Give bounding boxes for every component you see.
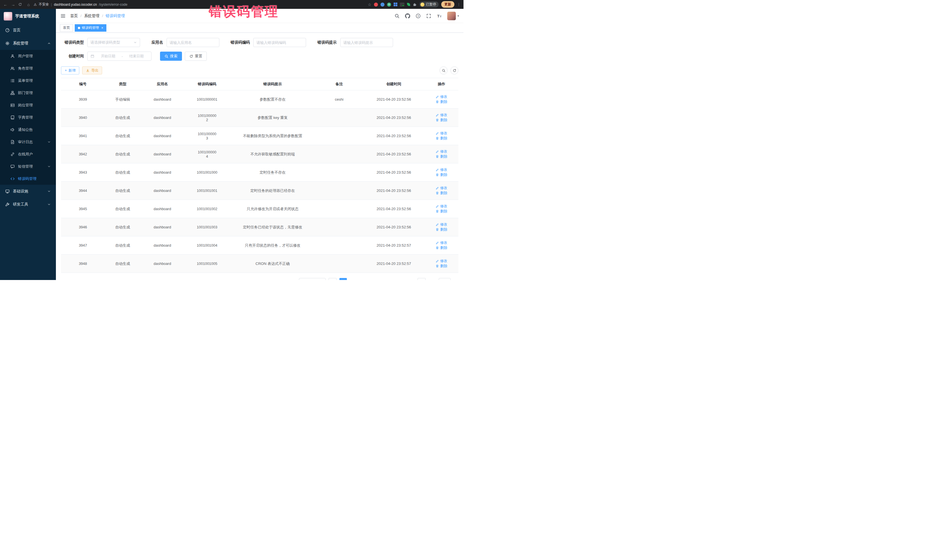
error-type-select[interactable]: 请选择错误码类型 — [87, 38, 140, 47]
logo[interactable]: 芋道管理系统 — [0, 9, 56, 24]
hamburger-icon[interactable] — [61, 14, 65, 18]
table-row: 3939 手动编辑 dashboard 1001000001 参数配置不存在 c… — [61, 90, 458, 109]
edit-button[interactable]: 修改 — [436, 259, 447, 264]
page-button[interactable]: 5 — [378, 278, 386, 280]
delete-icon — [436, 137, 439, 140]
browser-reload-icon[interactable] — [18, 3, 23, 6]
bookmark-star-icon[interactable]: ☆ — [368, 2, 371, 7]
sidebar-item-users[interactable]: 用户管理 — [0, 50, 56, 62]
fullscreen-icon[interactable] — [426, 14, 431, 18]
search-icon[interactable] — [395, 14, 400, 18]
cell-remark — [315, 200, 363, 218]
add-button[interactable]: + 新增 — [61, 67, 79, 74]
page-button[interactable]: 3 — [359, 278, 366, 280]
tab-error-code[interactable]: 错误码管理 × — [75, 24, 106, 32]
page-button[interactable]: 1 — [339, 278, 347, 280]
sidebar-item-audit-log[interactable]: 审计日志 — [0, 136, 56, 148]
delete-button[interactable]: 删除 — [436, 191, 447, 196]
page-size-select[interactable]: 10条/页 — [299, 278, 326, 280]
edit-button[interactable]: 修改 — [436, 94, 447, 99]
extension-red-icon[interactable] — [374, 3, 378, 6]
total-count: 共 76 条 — [283, 279, 296, 280]
sidebar-item-online-users[interactable]: 在线用户 — [0, 148, 56, 160]
sidebar-item-menus[interactable]: 菜单管理 — [0, 74, 56, 87]
help-icon[interactable]: ? — [416, 14, 421, 18]
delete-button[interactable]: 删除 — [436, 173, 447, 178]
breadcrumb-home[interactable]: 首页 — [70, 14, 78, 18]
page-button[interactable]: 8 — [407, 278, 415, 280]
sidebar-item-home[interactable]: 首页 — [0, 24, 56, 37]
page-button[interactable]: 2 — [349, 278, 357, 280]
proxy-extension-icon[interactable]: on — [400, 3, 404, 6]
export-button[interactable]: 导出 — [82, 67, 102, 74]
error-message-input[interactable] — [340, 38, 393, 47]
app-name-input[interactable] — [167, 38, 219, 47]
sidebar-item-posts[interactable]: 岗位管理 — [0, 99, 56, 111]
sidebar-item-system[interactable]: 系统管理 — [0, 37, 56, 50]
sidebar-item-error-code[interactable]: 错误码管理 — [0, 173, 56, 185]
delete-button[interactable]: 删除 — [436, 154, 447, 159]
extension-grid-icon[interactable] — [394, 3, 397, 6]
vue-devtools-icon[interactable]: V — [387, 3, 391, 6]
prev-page-button[interactable] — [328, 278, 337, 280]
edit-button[interactable]: 修改 — [436, 240, 447, 245]
edit-button[interactable]: 修改 — [436, 204, 447, 209]
browser-menu-icon[interactable]: ⋮ — [457, 2, 460, 6]
active-tab-dot — [78, 27, 80, 29]
toggle-search-button[interactable] — [439, 67, 448, 74]
table-row: 3946 自动生成 dashboard 1001001003 定时任务已经处于该… — [61, 218, 458, 237]
profile-chip[interactable]: 已暂停 — [419, 2, 439, 8]
cell-created: 2021-04-20 23:52:57 — [363, 237, 425, 255]
page-button[interactable]: 4 — [369, 278, 376, 280]
delete-button[interactable]: 删除 — [436, 136, 447, 141]
next-page-button[interactable] — [418, 278, 426, 280]
delete-button[interactable]: 删除 — [436, 209, 447, 214]
extensions-puzzle-icon[interactable] — [413, 3, 417, 6]
sidebar-item-dict[interactable]: 字典管理 — [0, 111, 56, 123]
svg-text:?: ? — [417, 14, 419, 17]
search-button[interactable]: 搜索 — [160, 52, 182, 61]
delete-button[interactable]: 删除 — [436, 100, 447, 104]
delete-button[interactable]: 删除 — [436, 118, 447, 123]
org-tree-icon — [10, 91, 15, 95]
leaf-extension-icon[interactable] — [407, 3, 410, 6]
close-icon[interactable]: × — [101, 26, 103, 30]
edit-button[interactable]: 修改 — [436, 167, 447, 172]
edit-button[interactable]: 修改 — [436, 149, 447, 154]
cell-message: 不能删除类型为系统内置的参数配置 — [230, 127, 316, 145]
page-button[interactable]: 6 — [388, 278, 395, 280]
reset-button[interactable]: 重置 — [185, 52, 207, 61]
browser-back-icon[interactable]: ← — [3, 2, 8, 7]
browser-home-icon[interactable]: ⌂ — [26, 2, 31, 7]
sidebar-item-departments[interactable]: 部门管理 — [0, 87, 56, 99]
address-bar[interactable]: ⚠ 不安全 | dashboard.yudao.iocoder.cn/syste… — [33, 2, 371, 7]
delete-button[interactable]: 删除 — [436, 227, 447, 232]
browser-forward-icon[interactable]: → — [11, 2, 16, 7]
github-icon[interactable] — [405, 14, 410, 18]
update-button[interactable]: 更新 — [441, 1, 454, 8]
breadcrumb-system[interactable]: 系统管理 — [84, 14, 100, 18]
user-menu[interactable]: ▾ — [447, 12, 459, 20]
sidebar-item-infrastructure[interactable]: 基础设施 — [0, 185, 56, 198]
edit-button[interactable]: 修改 — [436, 112, 447, 117]
edit-button[interactable]: 修改 — [436, 222, 447, 227]
sidebar-item-sms[interactable]: 短信管理 — [0, 160, 56, 173]
app-title: 芋道管理系统 — [15, 14, 39, 19]
font-size-icon[interactable]: TT — [437, 14, 442, 18]
goto-page-input[interactable] — [439, 278, 451, 280]
sidebar-item-dev-tools[interactable]: 研发工具 — [0, 198, 56, 211]
page-ellipsis[interactable]: ••• — [398, 278, 405, 280]
delete-button[interactable]: 删除 — [436, 246, 447, 250]
extension-blue-icon[interactable] — [380, 3, 384, 6]
delete-button[interactable]: 删除 — [436, 264, 447, 269]
error-code-input[interactable] — [253, 38, 306, 47]
edit-button[interactable]: 修改 — [436, 186, 447, 190]
sidebar-item-roles[interactable]: 角色管理 — [0, 62, 56, 74]
tab-home[interactable]: 首页 — [60, 24, 73, 32]
date-range-picker[interactable]: 开始日期 - 结束日期 — [87, 52, 152, 61]
delete-icon — [436, 246, 439, 249]
refresh-table-button[interactable] — [450, 67, 458, 74]
warning-icon: ⚠ — [33, 3, 37, 6]
edit-button[interactable]: 修改 — [436, 131, 447, 136]
sidebar-item-notice[interactable]: 通知公告 — [0, 123, 56, 136]
